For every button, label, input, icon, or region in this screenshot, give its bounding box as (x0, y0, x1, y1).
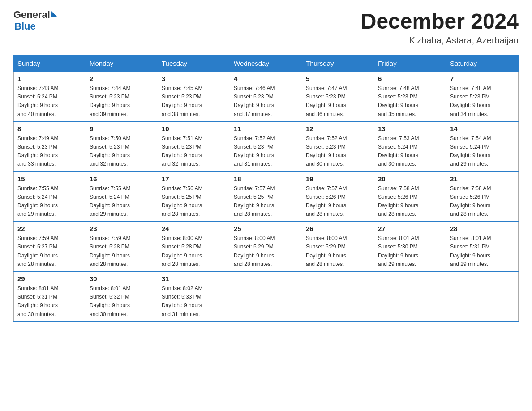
calendar-cell: 31 Sunrise: 8:02 AMSunset: 5:33 PMDaylig… (158, 272, 230, 322)
day-number: 9 (90, 125, 154, 133)
calendar-week-row: 22 Sunrise: 7:59 AMSunset: 5:27 PMDaylig… (14, 222, 519, 272)
calendar-cell: 8 Sunrise: 7:49 AMSunset: 5:23 PMDayligh… (14, 122, 86, 172)
calendar-cell: 2 Sunrise: 7:44 AMSunset: 5:23 PMDayligh… (86, 72, 158, 122)
day-info: Sunrise: 7:59 AMSunset: 5:28 PMDaylight:… (90, 234, 154, 269)
calendar-cell: 25 Sunrise: 8:00 AMSunset: 5:29 PMDaylig… (230, 222, 302, 272)
calendar-cell: 29 Sunrise: 8:01 AMSunset: 5:31 PMDaylig… (14, 272, 86, 322)
day-number: 6 (378, 75, 442, 82)
calendar-cell: 30 Sunrise: 8:01 AMSunset: 5:32 PMDaylig… (86, 272, 158, 322)
day-number: 16 (90, 175, 154, 183)
day-info: Sunrise: 7:53 AMSunset: 5:24 PMDaylight:… (378, 134, 442, 169)
day-info: Sunrise: 7:45 AMSunset: 5:23 PMDaylight:… (162, 84, 226, 119)
day-number: 27 (378, 225, 442, 232)
calendar-week-row: 8 Sunrise: 7:49 AMSunset: 5:23 PMDayligh… (14, 122, 519, 172)
day-info: Sunrise: 7:55 AMSunset: 5:24 PMDaylight:… (90, 184, 154, 219)
day-info: Sunrise: 7:57 AMSunset: 5:25 PMDaylight:… (234, 184, 298, 219)
day-number: 11 (234, 125, 298, 133)
logo-triangle-icon (51, 11, 57, 17)
calendar-week-row: 1 Sunrise: 7:43 AMSunset: 5:24 PMDayligh… (14, 72, 519, 122)
day-number: 13 (378, 125, 442, 133)
calendar-cell: 28 Sunrise: 8:01 AMSunset: 5:31 PMDaylig… (446, 222, 519, 272)
calendar-cell: 6 Sunrise: 7:48 AMSunset: 5:23 PMDayligh… (374, 72, 446, 122)
calendar-cell: 22 Sunrise: 7:59 AMSunset: 5:27 PMDaylig… (14, 222, 86, 272)
day-info: Sunrise: 7:51 AMSunset: 5:23 PMDaylight:… (162, 134, 226, 169)
calendar-cell: 24 Sunrise: 8:00 AMSunset: 5:28 PMDaylig… (158, 222, 230, 272)
calendar-cell: 18 Sunrise: 7:57 AMSunset: 5:25 PMDaylig… (230, 172, 302, 222)
day-info: Sunrise: 8:01 AMSunset: 5:30 PMDaylight:… (378, 234, 442, 269)
calendar-cell: 4 Sunrise: 7:46 AMSunset: 5:23 PMDayligh… (230, 72, 302, 122)
day-number: 3 (162, 75, 226, 82)
day-number: 29 (17, 275, 82, 283)
calendar-cell (446, 272, 519, 322)
title-section: December 2024 Kizhaba, Astara, Azerbaija… (361, 9, 519, 46)
page-header: General Blue December 2024 Kizhaba, Asta… (13, 9, 519, 46)
calendar-cell: 21 Sunrise: 7:58 AMSunset: 5:26 PMDaylig… (446, 172, 519, 222)
col-saturday: Saturday (446, 55, 519, 72)
calendar-cell: 15 Sunrise: 7:55 AMSunset: 5:24 PMDaylig… (14, 172, 86, 222)
day-info: Sunrise: 7:48 AMSunset: 5:23 PMDaylight:… (378, 84, 442, 119)
calendar-cell: 12 Sunrise: 7:52 AMSunset: 5:23 PMDaylig… (302, 122, 374, 172)
day-number: 15 (17, 175, 82, 183)
day-info: Sunrise: 7:48 AMSunset: 5:23 PMDaylight:… (450, 84, 515, 119)
day-info: Sunrise: 7:55 AMSunset: 5:24 PMDaylight:… (17, 184, 82, 219)
location-text: Kizhaba, Astara, Azerbaijan (361, 35, 519, 46)
calendar-cell: 19 Sunrise: 7:57 AMSunset: 5:26 PMDaylig… (302, 172, 374, 222)
header-row: Sunday Monday Tuesday Wednesday Thursday… (14, 55, 519, 72)
calendar-cell: 23 Sunrise: 7:59 AMSunset: 5:28 PMDaylig… (86, 222, 158, 272)
calendar-week-row: 29 Sunrise: 8:01 AMSunset: 5:31 PMDaylig… (14, 272, 519, 322)
day-info: Sunrise: 8:01 AMSunset: 5:32 PMDaylight:… (90, 284, 154, 319)
day-number: 28 (450, 225, 515, 232)
day-number: 31 (162, 275, 226, 283)
logo-blue-text: Blue (14, 21, 36, 32)
day-number: 19 (306, 175, 370, 183)
calendar-cell: 16 Sunrise: 7:55 AMSunset: 5:24 PMDaylig… (86, 172, 158, 222)
day-info: Sunrise: 7:47 AMSunset: 5:23 PMDaylight:… (306, 84, 370, 119)
day-info: Sunrise: 7:58 AMSunset: 5:26 PMDaylight:… (378, 184, 442, 219)
day-info: Sunrise: 8:00 AMSunset: 5:29 PMDaylight:… (306, 234, 370, 269)
day-number: 22 (17, 225, 82, 232)
col-monday: Monday (86, 55, 158, 72)
calendar-header: Sunday Monday Tuesday Wednesday Thursday… (14, 55, 519, 72)
calendar-cell: 10 Sunrise: 7:51 AMSunset: 5:23 PMDaylig… (158, 122, 230, 172)
calendar-cell: 5 Sunrise: 7:47 AMSunset: 5:23 PMDayligh… (302, 72, 374, 122)
day-info: Sunrise: 7:43 AMSunset: 5:24 PMDaylight:… (17, 84, 82, 119)
day-info: Sunrise: 7:59 AMSunset: 5:27 PMDaylight:… (17, 234, 82, 269)
day-info: Sunrise: 7:58 AMSunset: 5:26 PMDaylight:… (450, 184, 515, 219)
day-number: 30 (90, 275, 154, 283)
calendar-cell: 17 Sunrise: 7:56 AMSunset: 5:25 PMDaylig… (158, 172, 230, 222)
calendar-cell: 26 Sunrise: 8:00 AMSunset: 5:29 PMDaylig… (302, 222, 374, 272)
day-info: Sunrise: 7:49 AMSunset: 5:23 PMDaylight:… (17, 134, 82, 169)
day-number: 20 (378, 175, 442, 183)
day-info: Sunrise: 7:56 AMSunset: 5:25 PMDaylight:… (162, 184, 226, 219)
day-info: Sunrise: 8:02 AMSunset: 5:33 PMDaylight:… (162, 284, 226, 319)
day-info: Sunrise: 7:46 AMSunset: 5:23 PMDaylight:… (234, 84, 298, 119)
day-number: 18 (234, 175, 298, 183)
day-number: 12 (306, 125, 370, 133)
day-number: 23 (90, 225, 154, 232)
day-number: 4 (234, 75, 298, 82)
calendar-cell: 14 Sunrise: 7:54 AMSunset: 5:24 PMDaylig… (446, 122, 519, 172)
calendar-cell: 9 Sunrise: 7:50 AMSunset: 5:23 PMDayligh… (86, 122, 158, 172)
col-thursday: Thursday (302, 55, 374, 72)
day-number: 5 (306, 75, 370, 82)
calendar-cell (230, 272, 302, 322)
day-number: 25 (234, 225, 298, 232)
calendar-cell: 27 Sunrise: 8:01 AMSunset: 5:30 PMDaylig… (374, 222, 446, 272)
calendar-cell: 11 Sunrise: 7:52 AMSunset: 5:23 PMDaylig… (230, 122, 302, 172)
day-info: Sunrise: 8:00 AMSunset: 5:29 PMDaylight:… (234, 234, 298, 269)
day-info: Sunrise: 8:01 AMSunset: 5:31 PMDaylight:… (450, 234, 515, 269)
day-number: 10 (162, 125, 226, 133)
col-wednesday: Wednesday (230, 55, 302, 72)
day-info: Sunrise: 7:52 AMSunset: 5:23 PMDaylight:… (234, 134, 298, 169)
day-info: Sunrise: 7:50 AMSunset: 5:23 PMDaylight:… (90, 134, 154, 169)
calendar-cell: 20 Sunrise: 7:58 AMSunset: 5:26 PMDaylig… (374, 172, 446, 222)
calendar-cell: 1 Sunrise: 7:43 AMSunset: 5:24 PMDayligh… (14, 72, 86, 122)
calendar-body: 1 Sunrise: 7:43 AMSunset: 5:24 PMDayligh… (14, 72, 519, 322)
day-info: Sunrise: 8:01 AMSunset: 5:31 PMDaylight:… (17, 284, 82, 319)
col-friday: Friday (374, 55, 446, 72)
calendar-cell: 7 Sunrise: 7:48 AMSunset: 5:23 PMDayligh… (446, 72, 519, 122)
day-number: 1 (17, 75, 82, 82)
calendar-table: Sunday Monday Tuesday Wednesday Thursday… (13, 55, 519, 322)
day-info: Sunrise: 8:00 AMSunset: 5:28 PMDaylight:… (162, 234, 226, 269)
day-number: 17 (162, 175, 226, 183)
